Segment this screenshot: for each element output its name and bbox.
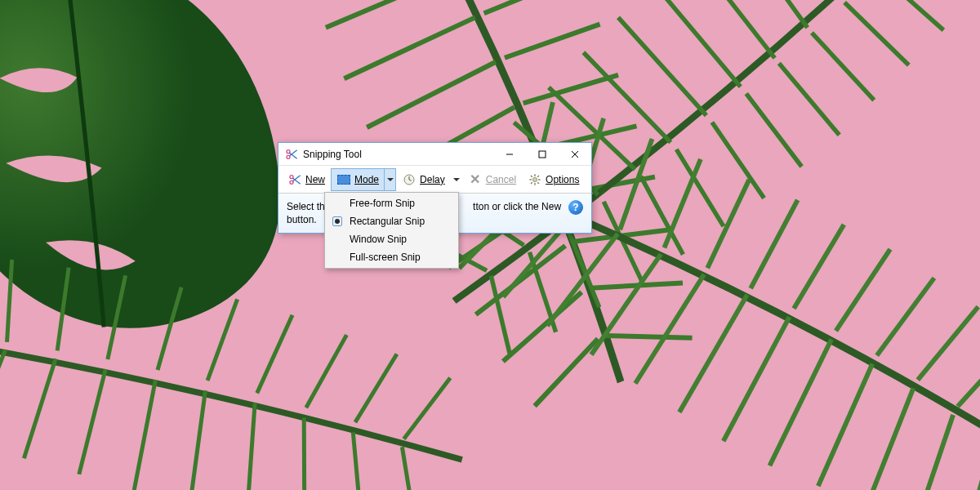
svg-line-46 [730,0,814,28]
svg-line-34 [743,94,805,167]
cancel-icon: ✕ [468,172,483,187]
svg-line-26 [491,292,595,362]
mode-button[interactable]: Mode [331,168,385,191]
svg-line-100 [132,380,158,490]
titlebar[interactable]: Snipping Tool [278,143,591,166]
mode-option-rectangular[interactable]: Rectangular Snip [327,212,457,230]
svg-line-19 [326,0,455,32]
svg-line-40 [506,252,580,332]
radio-unselected-icon [330,196,345,211]
svg-rect-109 [539,151,546,158]
mode-label: Mode [354,174,379,185]
svg-line-87 [51,268,75,351]
svg-line-91 [257,311,292,397]
cancel-label: Cancel [486,174,516,185]
svg-line-99 [79,368,105,475]
chevron-down-icon [453,178,460,181]
svg-line-78 [810,363,881,486]
svg-point-117 [532,177,537,181]
options-label: Options [546,174,579,185]
minimize-button[interactable] [493,143,526,165]
toolbar: New Mode Delay ✕ Cancel [278,166,591,194]
mode-dropdown-caret[interactable] [385,168,396,191]
svg-line-125 [531,182,532,184]
help-icon[interactable]: ? [568,200,583,215]
svg-line-59 [656,159,709,247]
svg-line-35 [706,122,771,198]
gear-icon [528,172,542,187]
svg-line-92 [306,330,347,413]
svg-line-80 [898,415,970,490]
options-button[interactable]: Options [522,168,585,191]
mode-option-freeform[interactable]: Free-form Snip [327,194,457,212]
svg-line-101 [183,390,213,490]
new-button[interactable]: New [282,168,331,191]
svg-line-94 [403,371,450,445]
svg-line-97 [0,346,5,446]
mode-option-fullscreen[interactable]: Full-screen Snip [327,248,457,266]
svg-line-50 [583,47,670,148]
svg-line-39 [546,227,620,308]
svg-line-60 [703,180,753,268]
svg-line-74 [635,270,704,388]
window-controls [493,143,591,165]
svg-line-64 [877,271,934,362]
svg-line-93 [355,349,397,428]
svg-line-123 [537,182,539,184]
svg-line-105 [387,447,430,490]
cancel-button: ✕ Cancel [462,168,522,191]
svg-line-27 [520,339,612,406]
svg-line-76 [724,317,790,441]
svg-line-33 [779,63,840,135]
svg-line-30 [876,0,944,38]
delay-dropdown-caret[interactable] [451,168,462,191]
svg-line-77 [765,340,835,466]
svg-line-73 [591,247,661,362]
svg-line-103 [284,417,323,490]
mode-option-window[interactable]: Window Snip [327,230,457,248]
svg-line-13 [604,302,692,371]
svg-line-63 [836,245,890,336]
svg-line-6 [484,0,577,18]
svg-line-47 [693,0,777,58]
svg-line-72 [547,225,617,335]
svg-line-58 [608,139,665,229]
rectangle-select-icon [336,172,351,187]
close-button[interactable] [559,143,591,165]
svg-line-86 [0,260,24,342]
svg-line-37 [627,176,697,255]
svg-line-62 [794,222,844,310]
svg-line-32 [812,30,874,103]
radio-unselected-icon [330,250,345,265]
svg-line-49 [618,15,706,118]
palm-leaf-decor [416,52,980,490]
clock-icon [402,172,416,187]
svg-line-102 [234,403,269,490]
svg-line-25 [466,246,576,314]
delay-label: Delay [420,174,445,185]
svg-line-88 [108,275,126,359]
chevron-down-icon [387,178,394,181]
desktop-background: Snipping Tool New Mode [0,0,980,490]
svg-line-122 [531,176,532,177]
svg-line-21 [365,62,498,127]
new-label: New [305,174,325,185]
svg-line-89 [158,286,181,371]
delay-button[interactable]: Delay [396,168,451,191]
svg-line-66 [958,324,980,417]
svg-line-12 [590,252,683,318]
svg-line-81 [942,442,980,490]
radio-selected-icon [330,214,345,229]
svg-line-20 [344,17,474,78]
svg-line-36 [666,149,734,226]
svg-line-79 [854,388,926,490]
svg-line-41 [464,276,537,354]
window-title: Snipping Tool [303,149,493,160]
mode-dropdown-menu: Free-form Snip Rectangular Snip Window S… [324,192,459,269]
svg-line-124 [537,176,539,177]
maximize-button[interactable] [526,143,559,165]
svg-line-65 [918,298,978,389]
svg-line-8 [523,62,618,117]
svg-line-104 [335,432,379,490]
svg-line-90 [207,296,238,383]
